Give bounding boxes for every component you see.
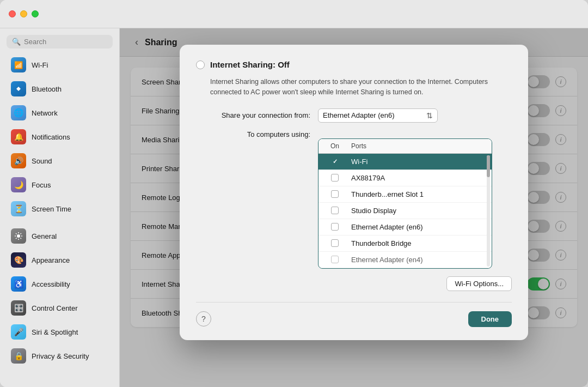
screentime-icon: ⏳	[11, 201, 26, 216]
port-row-thunderbolt-slot1[interactable]: Thunderb...ernet Slot 1	[318, 186, 492, 203]
notifications-icon: 🔔	[11, 129, 26, 144]
sidebar-item-label: Notifications	[32, 133, 70, 141]
port-row-ax88179a[interactable]: AX88179A	[318, 170, 492, 186]
col-ports-header: Ports	[351, 142, 492, 150]
check-cell-ax88179a	[318, 174, 351, 182]
port-row-studio-display[interactable]: Studio Display	[318, 203, 492, 219]
checkbox-studio-display[interactable]	[331, 207, 339, 214]
sidebar: 🔍 📶 Wi-Fi Bluetooth 🌐 Net	[0, 28, 120, 387]
to-computers-label: To computers using:	[196, 130, 310, 138]
ports-dropdown: On Ports ✓ Wi-Fi	[318, 138, 492, 269]
sidebar-item-notifications[interactable]: 🔔 Notifications	[3, 125, 116, 148]
share-from-select[interactable]: Ethernet Adapter (en6) ⇅	[318, 108, 438, 123]
general-icon	[11, 228, 26, 244]
sidebar-item-label: Appearance	[32, 256, 70, 264]
sidebar-item-privacy[interactable]: 🔒 Privacy & Security	[3, 344, 116, 367]
sound-icon: 🔊	[11, 153, 26, 168]
share-from-label: Share your connection from:	[196, 111, 310, 119]
checkbox-wifi[interactable]: ✓	[331, 158, 339, 165]
sidebar-item-appearance[interactable]: 🎨 Appearance	[3, 249, 116, 271]
check-cell-thunderbolt-bridge	[318, 239, 351, 247]
checkbox-ax88179a[interactable]	[331, 174, 339, 182]
port-label-thunderbolt-slot1: Thunderb...ernet Slot 1	[351, 190, 492, 198]
checkbox-thunderbolt-slot1[interactable]	[331, 190, 339, 198]
dropdown-header: On Ports	[318, 139, 492, 154]
sidebar-item-network[interactable]: 🌐 Network	[3, 101, 116, 124]
sidebar-item-siri[interactable]: 🎤 Siri & Spotlight	[3, 321, 116, 343]
appearance-icon: 🎨	[11, 252, 26, 268]
port-label-thunderbolt-bridge: Thunderbolt Bridge	[351, 239, 492, 247]
help-button[interactable]: ?	[196, 311, 211, 326]
sidebar-item-controlcenter[interactable]: 🎛️ Control Center	[3, 297, 116, 319]
modal-description: Internet Sharing allows other computers …	[196, 77, 512, 98]
port-row-ethernet-en6[interactable]: Ethernet Adapter (en6)	[318, 219, 492, 235]
sidebar-item-label: Siri & Spotlight	[32, 328, 78, 336]
modal-title: Internet Sharing: Off	[210, 60, 290, 69]
sidebar-item-label: Bluetooth	[32, 85, 62, 93]
title-bar	[0, 0, 588, 28]
search-input[interactable]	[24, 38, 107, 46]
controlcenter-icon: 🎛️	[11, 300, 26, 316]
sidebar-item-label: Accessibility	[32, 280, 70, 288]
main-window: 🔍 📶 Wi-Fi Bluetooth 🌐 Net	[0, 0, 588, 387]
sidebar-item-focus[interactable]: 🌙 Focus	[3, 173, 116, 196]
sidebar-item-label: Control Center	[32, 304, 78, 312]
check-cell-studio-display	[318, 207, 351, 214]
done-button[interactable]: Done	[468, 311, 512, 327]
port-label-ethernet-en6: Ethernet Adapter (en6)	[351, 223, 492, 231]
port-label-wifi: Wi-Fi	[351, 158, 492, 166]
port-row-ethernet-en4[interactable]: Ethernet Adapter (en4)	[318, 252, 492, 268]
sidebar-item-label: General	[32, 232, 57, 240]
sidebar-item-label: Screen Time	[32, 205, 71, 213]
sidebar-item-accessibility[interactable]: ♿ Accessibility	[3, 273, 116, 295]
radio-button[interactable]	[196, 61, 205, 69]
sidebar-item-screentime[interactable]: ⏳ Screen Time	[3, 197, 116, 220]
wifi-icon: 📶	[11, 57, 26, 72]
chevron-updown-icon: ⇅	[426, 111, 433, 120]
sidebar-item-general[interactable]: General	[3, 225, 116, 247]
focus-icon: 🌙	[11, 177, 26, 192]
sidebar-item-label: Focus	[32, 181, 51, 189]
siri-icon: 🎤	[11, 324, 26, 340]
check-cell-wifi: ✓	[318, 158, 351, 165]
checkbox-ethernet-en6[interactable]	[331, 223, 339, 231]
port-row-wifi[interactable]: ✓ Wi-Fi	[318, 154, 492, 170]
main-panel: ‹ Sharing Screen Sharing i File Sharing	[120, 28, 588, 387]
checkmark-icon: ✓	[333, 158, 338, 165]
port-label-ethernet-en4: Ethernet Adapter (en4)	[351, 256, 492, 264]
modal-overlay: Internet Sharing: Off Internet Sharing a…	[120, 28, 588, 387]
checkbox-ethernet-en4[interactable]	[331, 256, 339, 263]
network-icon: 🌐	[11, 105, 26, 120]
svg-point-0	[17, 234, 20, 238]
internet-sharing-modal: Internet Sharing: Off Internet Sharing a…	[180, 45, 528, 340]
select-value: Ethernet Adapter (en6)	[323, 111, 395, 119]
col-on-header: On	[318, 142, 351, 150]
share-from-select-wrap: Ethernet Adapter (en6) ⇅	[318, 108, 438, 123]
close-button[interactable]	[9, 10, 16, 17]
maximize-button[interactable]	[32, 10, 39, 17]
sidebar-item-label: Network	[32, 109, 58, 117]
check-cell-thunderbolt-slot1	[318, 190, 351, 198]
scrollbar-thumb[interactable]	[487, 155, 490, 177]
window-controls	[9, 10, 39, 17]
privacy-icon: 🔒	[11, 348, 26, 364]
sidebar-item-label: Wi-Fi	[32, 61, 48, 69]
check-cell-ethernet-en4	[318, 256, 351, 263]
wifi-options-row: Wi-Fi Options...	[318, 276, 512, 291]
sidebar-item-label: Privacy & Security	[32, 352, 89, 360]
sidebar-item-bluetooth[interactable]: Bluetooth	[3, 77, 116, 100]
search-input-wrap[interactable]: 🔍	[7, 35, 113, 49]
sidebar-item-wifi[interactable]: 📶 Wi-Fi	[3, 53, 116, 76]
content-area: 🔍 📶 Wi-Fi Bluetooth 🌐 Net	[0, 28, 588, 387]
to-computers-row: To computers using:	[196, 130, 512, 138]
sidebar-item-label: Sound	[32, 157, 52, 165]
sidebar-item-sound[interactable]: 🔊 Sound	[3, 149, 116, 172]
minimize-button[interactable]	[20, 10, 27, 17]
search-icon: 🔍	[12, 38, 21, 46]
port-row-thunderbolt-bridge[interactable]: Thunderbolt Bridge	[318, 235, 492, 252]
wifi-options-button[interactable]: Wi-Fi Options...	[446, 276, 512, 291]
modal-footer: ? Done	[196, 302, 512, 327]
bluetooth-icon	[11, 81, 26, 96]
modal-header: Internet Sharing: Off	[196, 60, 512, 69]
checkbox-thunderbolt-bridge[interactable]	[331, 239, 339, 247]
